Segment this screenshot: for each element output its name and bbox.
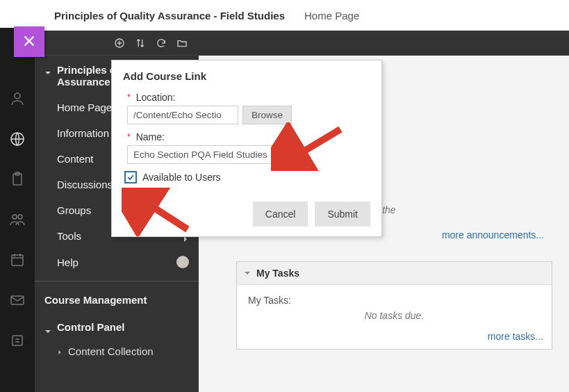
plus-icon[interactable] [114, 38, 125, 49]
chevron-down-icon [44, 67, 51, 74]
sidebar-item-label: Help [57, 256, 79, 268]
globe-icon[interactable] [9, 131, 26, 147]
dialog-title: Add Course Link [123, 70, 370, 82]
management-heading: Course Management [44, 294, 189, 306]
submit-button[interactable]: Submit [315, 202, 370, 227]
more-tasks-link[interactable]: more tasks... [488, 331, 543, 342]
more-announcements-link[interactable]: more announcements... [442, 229, 544, 240]
management-section: Course Management [35, 281, 199, 306]
browse-button[interactable]: Browse [242, 106, 292, 124]
required-star-icon: * [127, 132, 131, 142]
sidebar-item-label: Tools [57, 230, 81, 242]
refresh-icon[interactable] [156, 38, 167, 49]
user-icon[interactable] [9, 90, 26, 107]
sidebar-item-label: Discussions [57, 179, 113, 190]
mail-icon[interactable] [9, 292, 26, 309]
home-page-link[interactable]: Home Page [304, 10, 359, 22]
svg-rect-7 [11, 296, 24, 304]
sidebar-item-label: Home Page [57, 101, 112, 113]
my-tasks-panel: My Tasks My Tasks: No tasks due. more ta… [236, 261, 552, 350]
reorder-icon[interactable] [135, 38, 146, 49]
content-collection-label: Content Collection [68, 345, 154, 357]
my-tasks-title: My Tasks [256, 268, 299, 279]
no-tasks-text: No tasks due. [248, 310, 541, 321]
cancel-button[interactable]: Cancel [253, 202, 308, 227]
sidebar-item-label: Information [57, 127, 109, 139]
calendar-icon[interactable] [9, 252, 26, 268]
my-tasks-heading[interactable]: My Tasks [237, 262, 552, 285]
svg-point-5 [18, 215, 22, 219]
chevron-down-icon [244, 268, 251, 279]
content-collection-row[interactable]: Content Collection [35, 338, 199, 364]
name-label: Name: [136, 131, 165, 142]
name-input[interactable] [127, 145, 299, 164]
svg-rect-8 [13, 336, 22, 345]
sidebar-item-label: Content [57, 153, 94, 165]
folder-icon[interactable] [176, 38, 188, 49]
svg-rect-6 [12, 255, 23, 266]
sidebar-item-help[interactable]: Help [35, 249, 199, 275]
page-title: Principles of Quality Assurance - Field … [54, 10, 285, 22]
location-input[interactable] [127, 106, 238, 124]
svg-point-0 [15, 93, 20, 99]
available-checkbox[interactable] [124, 171, 137, 183]
sidebar-item-label: Groups [57, 204, 91, 216]
control-panel-label: Control Panel [57, 321, 125, 333]
chevron-down-icon [44, 325, 51, 332]
available-label: Available to Users [142, 172, 221, 183]
chevron-right-icon [57, 345, 63, 357]
my-tasks-label: My Tasks: [248, 295, 541, 306]
location-label: Location: [136, 92, 176, 103]
expand-dot-icon [176, 256, 189, 268]
icon-rail [0, 28, 35, 392]
group-icon[interactable] [9, 211, 26, 228]
close-button[interactable] [14, 26, 44, 57]
svg-point-4 [13, 215, 17, 219]
control-panel-row[interactable]: Control Panel [35, 316, 199, 338]
course-title-line2: Assurance [57, 76, 110, 88]
page-header: Principles of Quality Assurance - Field … [0, 0, 569, 31]
add-course-link-dialog: Add Course Link * Location: Browse * Nam… [111, 60, 382, 237]
document-icon[interactable] [9, 332, 26, 349]
required-star-icon: * [127, 92, 131, 102]
sidebar-toolbar [35, 31, 199, 56]
close-icon [22, 33, 37, 51]
clipboard-icon[interactable] [9, 171, 26, 188]
available-to-users-row[interactable]: Available to Users [123, 171, 370, 183]
expand-dot-icon [178, 346, 189, 357]
